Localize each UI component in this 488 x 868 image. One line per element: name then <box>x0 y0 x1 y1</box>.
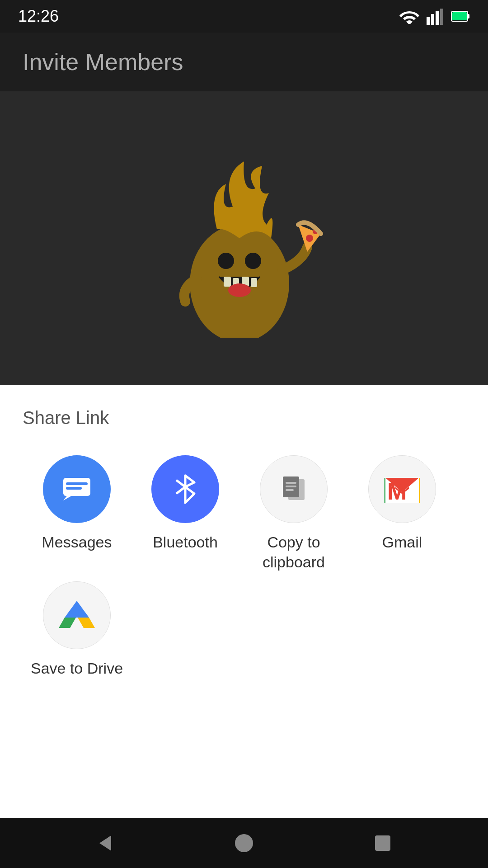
bluetooth-label: Bluetooth <box>153 532 218 552</box>
svg-rect-6 <box>452 12 467 20</box>
bottom-spacer <box>0 705 488 818</box>
share-grid: Messages Bluetooth <box>23 455 465 678</box>
nav-home-button[interactable] <box>226 825 262 861</box>
svg-rect-5 <box>468 14 469 19</box>
share-title: Share Link <box>23 408 465 428</box>
status-bar: 12:26 <box>0 0 488 33</box>
svg-point-17 <box>306 235 313 242</box>
svg-point-14 <box>228 283 251 297</box>
svg-rect-21 <box>66 487 82 490</box>
gmail-label: Gmail <box>382 532 422 552</box>
bluetooth-icon <box>169 471 201 507</box>
svg-point-35 <box>235 834 253 852</box>
svg-marker-31 <box>59 618 76 628</box>
svg-rect-2 <box>436 11 439 25</box>
nav-bar <box>0 818 488 868</box>
status-time: 12:26 <box>18 7 59 26</box>
drive-label: Save to Drive <box>31 658 123 678</box>
svg-point-9 <box>245 253 261 269</box>
share-sheet: Share Link Messages <box>0 385 488 705</box>
svg-rect-10 <box>224 277 231 287</box>
recents-icon <box>371 832 394 854</box>
drive-icon <box>56 597 97 633</box>
messages-label: Messages <box>42 532 112 552</box>
share-item-clipboard[interactable]: Copy to clipboard <box>239 455 348 572</box>
svg-text:M: M <box>387 478 407 505</box>
svg-rect-36 <box>375 835 390 851</box>
svg-rect-0 <box>427 17 430 25</box>
clipboard-label: Copy to clipboard <box>239 532 348 572</box>
status-icons <box>399 8 470 25</box>
share-item-bluetooth[interactable]: Bluetooth <box>131 455 239 572</box>
svg-rect-3 <box>440 9 443 25</box>
svg-point-8 <box>218 253 234 269</box>
svg-rect-20 <box>66 482 88 485</box>
clipboard-icon-circle <box>260 455 328 523</box>
svg-marker-32 <box>78 618 95 628</box>
bluetooth-icon-circle <box>151 455 219 523</box>
clipboard-icon <box>276 471 312 507</box>
gmail-icon-circle: M <box>368 455 436 523</box>
home-icon <box>233 832 255 854</box>
wifi-icon <box>399 9 419 24</box>
nav-back-button[interactable] <box>87 825 123 861</box>
back-icon <box>94 832 117 854</box>
svg-rect-27 <box>286 489 294 491</box>
drive-icon-circle <box>43 581 111 649</box>
mascot-image <box>154 148 334 329</box>
svg-marker-22 <box>63 496 71 500</box>
svg-rect-25 <box>286 482 296 484</box>
svg-marker-33 <box>65 601 89 618</box>
main-content <box>0 91 488 385</box>
battery-icon <box>451 9 470 23</box>
share-item-gmail[interactable]: M Gmail <box>348 455 456 572</box>
messages-icon-circle <box>43 455 111 523</box>
nav-recents-button[interactable] <box>365 825 401 861</box>
svg-marker-34 <box>99 835 111 851</box>
svg-rect-13 <box>251 278 257 287</box>
signal-icon <box>427 8 444 25</box>
gmail-icon: M <box>382 473 422 505</box>
svg-rect-1 <box>431 14 434 25</box>
page-title: Invite Members <box>23 48 183 75</box>
messages-icon <box>59 471 95 507</box>
app-header: Invite Members <box>0 33 488 91</box>
share-item-messages[interactable]: Messages <box>23 455 131 572</box>
share-item-drive[interactable]: Save to Drive <box>23 581 131 678</box>
svg-rect-26 <box>286 486 296 487</box>
